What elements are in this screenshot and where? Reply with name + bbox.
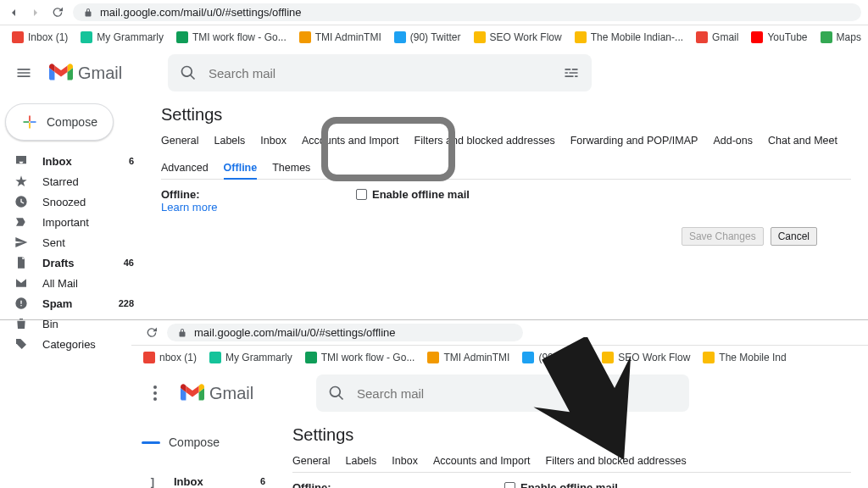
enable-offline-checkbox-b[interactable]	[504, 482, 515, 488]
tab-inbox-b[interactable]: Inbox	[392, 455, 418, 467]
main-menu-button-b[interactable]	[138, 376, 172, 410]
bookmark-item[interactable]: TMI work flow - Go...	[171, 30, 291, 45]
sidebar-item-starred[interactable]: Starred	[0, 171, 144, 191]
tab-accounts-and-import-b[interactable]: Accounts and Import	[433, 455, 531, 467]
sidebar-item-important[interactable]: Important	[0, 212, 144, 232]
sidebar-item-inbox[interactable]: Inbox6	[0, 151, 144, 171]
send-icon	[14, 235, 29, 250]
gmail-m-icon	[49, 64, 73, 82]
tab-offline[interactable]: Offline	[224, 162, 258, 180]
tab-forwarding-and-pop-imap[interactable]: Forwarding and POP/IMAP	[570, 135, 698, 147]
learn-more-link[interactable]: Learn more	[161, 201, 217, 214]
reload-button[interactable]	[51, 6, 64, 19]
enable-offline-label-b: Enable offline mail	[520, 481, 618, 488]
tab-general[interactable]: General	[161, 135, 198, 147]
back-button[interactable]	[7, 6, 20, 19]
bookmark-item[interactable]: My Grammarly	[204, 350, 297, 365]
tab-filters-and-blocked-addresses[interactable]: Filters and blocked addresses	[415, 135, 555, 147]
bookmarks-bar: Inbox (1)My GrammarlyTMI work flow - Go.…	[0, 25, 868, 49]
tab-inbox[interactable]: Inbox	[260, 135, 287, 147]
search-input[interactable]	[209, 66, 551, 80]
file-icon	[14, 255, 29, 270]
bookmark-item[interactable]: nbox (1)	[138, 350, 201, 365]
lock-icon	[83, 8, 93, 18]
url-text: mail.google.com/mail/u/0/#settings/offli…	[100, 6, 302, 19]
gmail-header-b: Gmail	[131, 369, 868, 417]
gmail-logo-text-b: Gmail	[209, 384, 253, 403]
mail-icon	[14, 275, 29, 291]
bookmark-item[interactable]: YouTube	[746, 30, 811, 45]
search-box[interactable]	[168, 54, 592, 92]
sidebar-item-sent[interactable]: Sent	[0, 232, 144, 252]
tab-themes[interactable]: Themes	[272, 162, 310, 174]
reload-button-b[interactable]	[145, 326, 159, 340]
tab-add-ons[interactable]: Add-ons	[713, 135, 753, 147]
sidebar-item-label: Drafts	[42, 257, 110, 269]
gmail-m-icon-b	[181, 384, 204, 402]
compose-button[interactable]: Compose	[5, 103, 114, 141]
bookmark-item[interactable]: (90) Twitter	[389, 30, 465, 45]
twitter-icon	[393, 30, 407, 44]
tab-accounts-and-import[interactable]: Accounts and Import	[302, 135, 399, 147]
main-menu-button[interactable]	[7, 56, 41, 90]
drive-icon	[473, 30, 487, 44]
forward-button[interactable]	[29, 6, 42, 19]
svg-rect-3	[299, 31, 311, 43]
bookmark-label: My Grammarly	[225, 352, 292, 363]
address-bar-b[interactable]: mail.google.com/mail/u/0/#settings/offli…	[167, 324, 523, 341]
tab-chat-and-meet[interactable]: Chat and Meet	[768, 135, 837, 147]
bookmark-item[interactable]: Gmail	[691, 30, 743, 45]
drive-icon	[574, 30, 587, 44]
bookmark-item[interactable]: Inbox (1)	[7, 30, 72, 45]
url-text-b: mail.google.com/mail/u/0/#settings/offli…	[194, 326, 396, 339]
bookmark-label: TMI work flow - Go...	[192, 31, 287, 43]
compose-label: Compose	[47, 115, 97, 129]
search-options-icon[interactable]	[563, 64, 580, 81]
tab-labels[interactable]: Labels	[214, 135, 245, 147]
grammarly-icon	[209, 351, 222, 364]
svg-rect-8	[751, 31, 763, 43]
enable-offline-checkbox[interactable]	[356, 189, 367, 200]
sidebar-item-label: Spam	[42, 297, 105, 310]
address-bar[interactable]: mail.google.com/mail/u/0/#settings/offli…	[73, 3, 861, 21]
bookmark-label: TMI AdminTMI	[443, 352, 509, 363]
gmail-header: Gmail	[0, 49, 868, 97]
cancel-button[interactable]: Cancel	[771, 227, 817, 246]
bookmark-label: My Grammarly	[97, 31, 164, 43]
svg-rect-4	[394, 31, 406, 43]
bookmark-item[interactable]: Maps	[815, 30, 865, 45]
tab-labels-b[interactable]: Labels	[345, 455, 376, 467]
bookmark-item[interactable]: The Mobile Ind	[698, 350, 790, 365]
bookmark-item[interactable]: My Grammarly	[75, 30, 168, 45]
bookmark-item[interactable]: TMI AdminTMI	[294, 30, 386, 45]
gmail-logo-text: Gmail	[78, 64, 122, 83]
compose-button-b[interactable]: Compose	[136, 424, 235, 461]
app-icon	[426, 351, 440, 364]
maps-icon	[820, 30, 833, 44]
bookmark-item[interactable]: The Mobile Indian-...	[570, 30, 687, 45]
bookmark-item[interactable]: TMI work flow - Go...	[300, 350, 420, 365]
sheets-icon	[304, 351, 318, 364]
tab-general-b[interactable]: General	[292, 455, 330, 467]
search-icon	[180, 64, 197, 81]
sidebar-item-inbox-b[interactable]: ] Inbox 6	[131, 471, 275, 488]
svg-rect-19	[703, 352, 715, 363]
sidebar-item-spam[interactable]: Spam228	[0, 293, 144, 313]
sidebar-item-drafts[interactable]: Drafts46	[0, 252, 144, 273]
star-icon	[14, 174, 29, 189]
sidebar-item-count: 46	[124, 258, 134, 268]
tab-advanced[interactable]: Advanced	[161, 162, 209, 174]
gmail-logo[interactable]: Gmail	[49, 64, 159, 83]
settings-title: Settings	[161, 105, 851, 125]
bookmark-item[interactable]: TMI AdminTMI	[422, 350, 514, 365]
svg-rect-16	[427, 352, 439, 363]
drive-icon	[702, 351, 715, 364]
bookmark-label: TMI work flow - Go...	[321, 352, 415, 363]
sheets-icon	[175, 30, 189, 44]
spam-icon	[14, 296, 29, 311]
gmail-logo-b[interactable]: Gmail	[181, 384, 308, 403]
sidebar-item-all-mail[interactable]: All Mail	[0, 273, 144, 293]
sidebar-item-snoozed[interactable]: Snoozed	[0, 191, 144, 212]
bookmark-item[interactable]: SEO Work Flow	[469, 30, 566, 45]
sidebar-item-label: Important	[42, 216, 120, 229]
